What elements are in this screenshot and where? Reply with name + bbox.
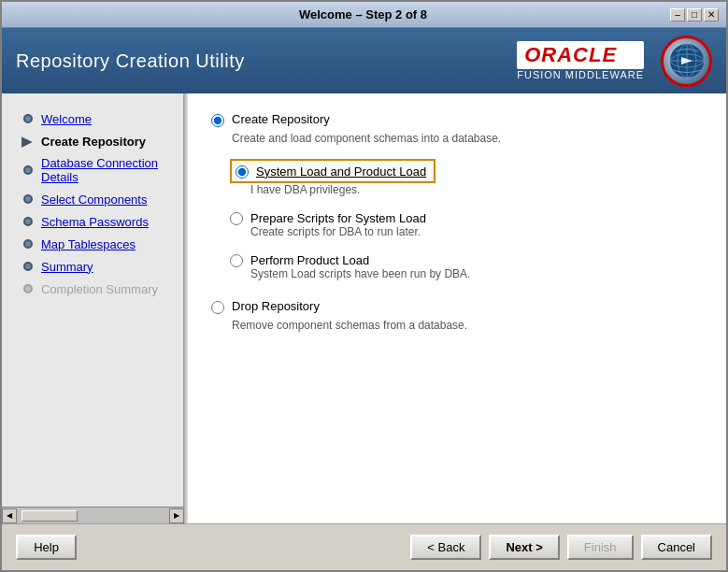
right-panel: Create Repository Create and load compon… — [188, 93, 726, 523]
sidebar-item-map-tablespaces[interactable]: Map Tablespaces — [2, 233, 183, 255]
scroll-track[interactable] — [17, 510, 169, 522]
cancel-button[interactable]: Cancel — [641, 535, 712, 560]
perform-product-load-desc: System Load scripts have been run by DBA… — [250, 267, 703, 280]
step-icon-map-tablespaces — [21, 236, 36, 251]
drop-repository-desc: Remove component schemas from a database… — [232, 319, 703, 332]
perform-product-load-radio[interactable] — [230, 254, 243, 267]
main-content-area: Welcome ▶ Create Repository Database Con… — [2, 93, 726, 523]
step-icon-create-repository: ▶ — [21, 134, 36, 149]
footer: Help < Back Next > Finish Cancel — [2, 523, 726, 570]
step-icon-db-connection — [21, 163, 36, 178]
oracle-branding-area: ORACLE FUSION MIDDLEWARE — [517, 36, 712, 87]
main-window: Welcome – Step 2 of 8 – □ ✕ Repository C… — [0, 0, 728, 572]
back-button[interactable]: < Back — [410, 535, 481, 560]
maximize-button[interactable]: □ — [687, 8, 702, 21]
drop-repository-label[interactable]: Drop Repository — [232, 299, 320, 313]
create-repository-label[interactable]: Create Repository — [232, 112, 330, 126]
sidebar: Welcome ▶ Create Repository Database Con… — [2, 93, 184, 507]
help-button[interactable]: Help — [16, 535, 77, 560]
prepare-scripts-desc: Create scripts for DBA to run later. — [250, 225, 703, 238]
step-icon-completion-summary — [21, 281, 36, 296]
perform-product-load-label[interactable]: Perform Product Load — [250, 253, 369, 267]
app-header: Repository Creation Utility ORACLE FUSIO… — [2, 28, 726, 93]
window-title: Welcome – Step 2 of 8 — [56, 7, 670, 21]
scroll-left-button[interactable]: ◀ — [2, 508, 17, 523]
system-load-highlighted-box: System Load and Product Load — [230, 159, 435, 183]
prepare-scripts-radio[interactable] — [230, 212, 243, 225]
prepare-scripts-label[interactable]: Prepare Scripts for System Load — [250, 211, 426, 225]
step-icon-schema-passwords — [21, 214, 36, 229]
app-title: Repository Creation Utility — [16, 50, 245, 72]
scroll-thumb[interactable] — [21, 510, 78, 522]
create-repository-desc: Create and load component schemas into a… — [232, 132, 703, 145]
footer-left: Help — [16, 535, 77, 560]
sidebar-item-completion-summary: Completion Summary — [2, 278, 183, 300]
sidebar-item-db-connection[interactable]: Database Connection Details — [2, 152, 183, 188]
sidebar-item-schema-passwords[interactable]: Schema Passwords — [2, 210, 183, 233]
sidebar-item-create-repository: ▶ Create Repository — [2, 130, 183, 152]
sidebar-item-select-components[interactable]: Select Components — [2, 188, 183, 210]
perform-product-load-sub-option: Perform Product Load System Load scripts… — [230, 252, 703, 280]
drop-repository-option-group: Drop Repository Remove component schemas… — [211, 299, 703, 332]
create-repository-radio[interactable] — [211, 114, 224, 127]
scroll-right-button[interactable]: ▶ — [169, 508, 184, 523]
footer-right: < Back Next > Finish Cancel — [410, 535, 712, 560]
fusion-text: FUSION MIDDLEWARE — [517, 69, 644, 80]
system-load-desc: I have DBA privileges. — [250, 183, 703, 196]
sidebar-scrollbar[interactable]: ◀ ▶ — [2, 507, 184, 523]
sidebar-item-summary[interactable]: Summary — [2, 255, 183, 278]
next-button[interactable]: Next > — [489, 535, 559, 560]
perform-product-load-row: Perform Product Load — [230, 252, 703, 267]
drop-repository-radio[interactable] — [211, 301, 224, 314]
create-repository-row: Create Repository — [211, 112, 703, 127]
minimize-button[interactable]: – — [670, 8, 685, 21]
step-icon-summary — [21, 259, 36, 274]
prepare-scripts-row: Prepare Scripts for System Load — [230, 210, 703, 225]
finish-button[interactable]: Finish — [567, 535, 634, 560]
create-repository-option-group: Create Repository Create and load compon… — [211, 112, 703, 280]
system-load-sub-option-wrapper: System Load and Product Load I have DBA … — [230, 159, 703, 196]
step-icon-select-components — [21, 192, 36, 207]
system-load-radio[interactable] — [236, 165, 249, 179]
prepare-scripts-sub-option: Prepare Scripts for System Load Create s… — [230, 210, 703, 238]
window-controls: – □ ✕ — [670, 8, 719, 21]
step-icon-welcome — [21, 111, 36, 126]
title-bar: Welcome – Step 2 of 8 – □ ✕ — [2, 2, 726, 28]
oracle-globe-icon — [661, 36, 712, 87]
oracle-logo: ORACLE — [517, 41, 644, 69]
system-load-label[interactable]: System Load and Product Load — [256, 164, 426, 179]
oracle-branding: ORACLE FUSION MIDDLEWARE — [517, 41, 644, 80]
sidebar-item-welcome[interactable]: Welcome — [2, 107, 183, 130]
drop-repository-row: Drop Repository — [211, 299, 703, 314]
close-button[interactable]: ✕ — [704, 8, 719, 21]
sidebar-container: Welcome ▶ Create Repository Database Con… — [2, 93, 184, 523]
